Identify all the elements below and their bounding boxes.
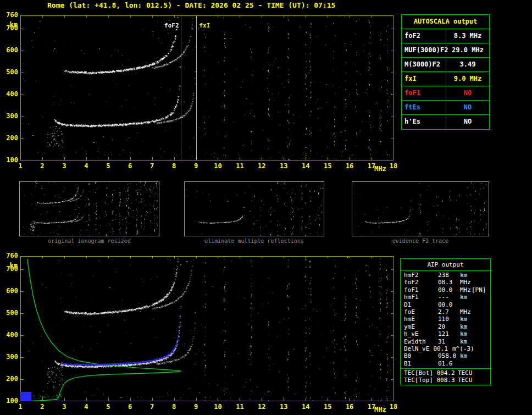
aip-value: 31 [438, 338, 460, 345]
x-tick-label-bottom-6: 6 [124, 403, 137, 411]
aip-label: B1 [404, 360, 438, 367]
param-value: 3.49 [446, 58, 489, 71]
x-tick-label-top-7: 7 [146, 163, 159, 170]
aip-value: 121 [438, 330, 460, 337]
aip-row-hmf2: hmF2238km [401, 272, 490, 279]
y-tick-label-bottom-500: 500 [1, 309, 18, 317]
autoscala-table-header: AUTOSCALA output [402, 15, 489, 29]
param-value: NO [446, 115, 489, 129]
x-tick-label-bottom-10: 10 [211, 403, 224, 411]
aip-output-table: AIP output hmF2238kmfoF208.3MHzfoF100.0M… [400, 258, 491, 385]
aip-unit: km [460, 330, 472, 337]
y-tick-label-top-700: 700 [1, 25, 18, 32]
aip-label: Ewidth [404, 338, 438, 345]
y-tick-label-bottom-400: 400 [1, 331, 18, 339]
autoscala-row-muf3000f2: MUF(3000)F229.0 MHz [402, 43, 489, 58]
aip-label: D1 [404, 301, 438, 308]
aip-row-hve: h_vE121km [401, 330, 490, 337]
autoscala-row-hes: h'EsNO [402, 115, 489, 129]
bottom-ionogram-canvas [20, 256, 394, 401]
aip-unit: km [460, 316, 472, 323]
autoscala-row-fxi: fxI9.0 MHz [402, 72, 489, 86]
aip-value: 004.2 [437, 369, 458, 377]
aip-label: ymE [404, 323, 438, 330]
aip-row-hme: hmE110km [401, 316, 490, 323]
x-tick-label-bottom-2: 2 [36, 403, 49, 411]
param-value: 8.3 MHz [446, 29, 489, 43]
y-tick-label-top-600: 600 [1, 47, 18, 54]
aip-unit: TECU [458, 377, 473, 384]
aip-extra [472, 272, 490, 279]
autoscala-output-table: AUTOSCALA output foF28.3 MHzMUF(3000)F22… [401, 14, 490, 130]
thumbnail-caption-evidence: evidence F2 trace [352, 238, 489, 245]
thumbnail-evidence-f2-trace [352, 181, 489, 236]
autoscala-row-ftes: ftEsNO [402, 101, 489, 115]
param-label: M(3000)F2 [402, 58, 446, 71]
param-label: MUF(3000)F2 [402, 43, 446, 57]
tec-separator: TEC[Bot]004.2TECUTEC[Top]008.3TECU [401, 368, 490, 384]
aip-label: h_vE [404, 330, 438, 337]
x-tick-label-top-9: 9 [190, 163, 203, 170]
aip-value: 110 [438, 316, 460, 323]
aip-unit: MHz [460, 279, 472, 286]
aip-row-yme: ymE20km [401, 323, 490, 330]
aip-extra [472, 338, 490, 345]
y-tick-label-top-760: 760 [1, 12, 18, 19]
aip-label: foF1 [404, 286, 438, 294]
aip-label: hmE [404, 316, 438, 323]
x-tick-label-bottom-13: 13 [277, 403, 290, 411]
x-tick-label-bottom-18: 18 [387, 403, 400, 411]
aip-label: hmF2 [404, 272, 438, 279]
aip-extra: [PN] [472, 286, 490, 294]
param-value: 29.0 MHz [446, 43, 489, 57]
aip-extra [472, 316, 490, 323]
aip-unit: km [460, 272, 472, 279]
aip-value: 00.1 [433, 345, 452, 352]
aip-row-hmf1: hmF1---km [401, 294, 490, 301]
x-tick-label-top-13: 13 [277, 163, 290, 170]
x-tick-label-top-6: 6 [124, 163, 137, 170]
x-tick-label-top-15: 15 [321, 163, 334, 170]
aip-value: 008.3 [437, 377, 458, 384]
x-tick-label-top-12: 12 [255, 163, 268, 170]
x-tick-label-bottom-3: 3 [58, 403, 71, 411]
param-label: ftEs [402, 101, 446, 114]
aip-row-ewidth: Ewidth31km [401, 338, 490, 345]
aip-unit: km [460, 323, 472, 330]
y-tick-label-top-500: 500 [1, 69, 18, 76]
param-label: foF2 [402, 29, 446, 43]
aip-value: 2.7 [438, 308, 460, 316]
aip-row-d1: D100.0 [401, 301, 490, 308]
aip-unit: MHz [460, 308, 472, 316]
param-value: NO [446, 101, 489, 114]
y-tick-label-bottom-700: 700 [1, 265, 18, 273]
aip-unit: km [460, 352, 472, 359]
y-tick-label-top-300: 300 [1, 113, 18, 120]
aip-unit: TECU [458, 369, 473, 377]
aip-extra [472, 352, 490, 359]
y-tick-label-bottom-300: 300 [1, 353, 18, 361]
param-label: h'Es [402, 115, 446, 129]
autoscala-row-m3000f2: M(3000)F23.49 [402, 58, 489, 72]
aip-extra [472, 301, 490, 308]
aip-label: foE [404, 308, 438, 316]
autoscala-row-fof2: foF28.3 MHz [402, 29, 489, 43]
aip-label: hmF1 [404, 294, 438, 301]
aip-unit: m^(-3) [452, 345, 474, 352]
x-tick-label-top-18: 18 [387, 163, 400, 170]
thumbnail-eliminate-multiples [184, 181, 324, 236]
aip-value: 238 [438, 272, 460, 279]
x-tick-label-bottom-9: 9 [190, 403, 203, 411]
aip-row-fof2: foF208.3MHz [401, 279, 490, 286]
page-title: Rome (lat: +41.8, lon: 012.5) - DATE: 20… [47, 1, 335, 9]
aip-table-header: AIP output [401, 259, 490, 271]
x-tick-label-top-4: 4 [80, 163, 93, 170]
aip-extra [472, 323, 490, 330]
aip-extra [472, 377, 490, 384]
aip-unit: km [460, 294, 472, 301]
thumbnail-caption-eliminate: eliminate multiple reflections [184, 238, 324, 245]
param-value: NO [446, 86, 489, 100]
autoscala-window: Rome (lat: +41.8, lon: 012.5) - DATE: 20… [0, 0, 532, 415]
thumbnail-caption-original: original ionogram resized [19, 238, 159, 245]
autoscala-row-fof1: foF1NO [402, 86, 489, 101]
